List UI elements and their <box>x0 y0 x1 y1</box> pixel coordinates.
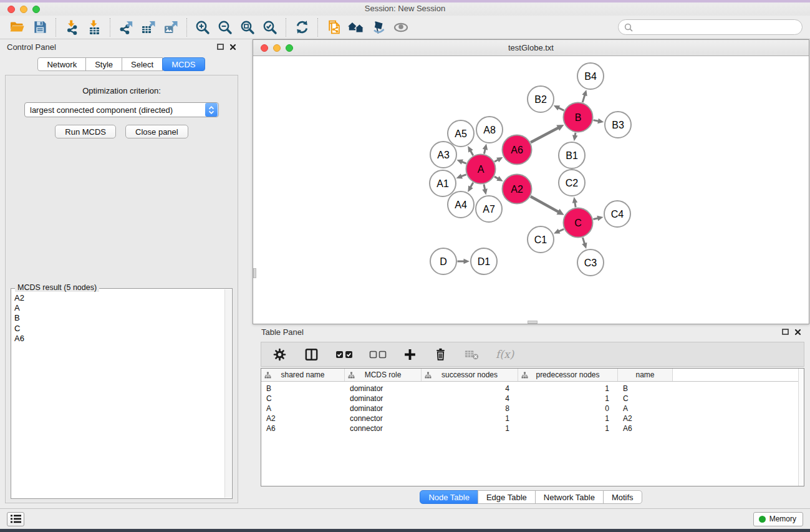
export-table-button[interactable] <box>137 17 160 37</box>
graph-node-A1[interactable]: A1 <box>430 170 456 196</box>
result-item[interactable]: C <box>14 324 232 334</box>
zoom-out-button[interactable] <box>214 17 236 37</box>
graph-node-B3[interactable]: B3 <box>605 112 631 138</box>
graph-node-B[interactable]: B <box>564 103 593 132</box>
graph-edge-D-D1[interactable] <box>458 259 470 264</box>
zoom-in-button[interactable] <box>191 17 214 37</box>
graph-edge-C-C2[interactable] <box>572 197 577 208</box>
column-header-name[interactable]: name <box>618 369 673 381</box>
close-panel-button[interactable]: Close panel <box>125 125 188 138</box>
cell-predecessor-nodes[interactable]: 1 <box>518 394 618 403</box>
graph-node-B1[interactable]: B1 <box>559 142 585 168</box>
graph-edge-C-C3[interactable] <box>582 238 587 249</box>
table-settings-button[interactable] <box>272 347 287 362</box>
cell-successor-nodes[interactable]: 4 <box>422 384 518 393</box>
cell-MCDS-role[interactable]: connector <box>345 414 422 423</box>
graph-node-A5[interactable]: A5 <box>448 120 474 147</box>
cell-name[interactable]: C <box>618 394 673 403</box>
result-item[interactable]: A6 <box>14 334 232 344</box>
column-header-predecessor-nodes[interactable]: predecessor nodes <box>518 369 618 381</box>
graph-node-C2[interactable]: C2 <box>559 170 585 196</box>
zoom-selected-button[interactable] <box>259 17 281 37</box>
table-row[interactable]: Bdominator41B <box>261 384 804 394</box>
cell-shared-name[interactable]: A2 <box>261 414 345 423</box>
column-header-MCDS-role[interactable]: MCDS role <box>345 369 422 381</box>
split-view-button[interactable] <box>304 347 319 362</box>
cell-successor-nodes[interactable]: 4 <box>422 394 518 403</box>
new-network-from-selection-button[interactable] <box>322 17 345 37</box>
result-scrollbar[interactable] <box>224 289 231 498</box>
delete-table-button[interactable] <box>464 347 480 361</box>
memory-button[interactable]: Memory <box>753 512 803 526</box>
graph-edge-A6-B[interactable] <box>531 125 564 142</box>
result-item[interactable]: B <box>14 313 232 323</box>
import-table-button[interactable] <box>83 17 105 37</box>
graph-edge-A-A7[interactable] <box>482 184 487 195</box>
graph-node-B4[interactable]: B4 <box>577 63 604 89</box>
deselect-all-columns-button[interactable] <box>369 351 387 359</box>
graph-node-A2[interactable]: A2 <box>503 175 532 204</box>
table-row[interactable]: A2connector11A2 <box>261 414 804 423</box>
graph-node-A4[interactable]: A4 <box>448 191 474 218</box>
cell-successor-nodes[interactable]: 1 <box>422 424 518 433</box>
select-all-columns-button[interactable] <box>335 351 353 359</box>
cell-MCDS-role[interactable]: dominator <box>345 394 422 403</box>
graph-node-C4[interactable]: C4 <box>604 201 630 227</box>
close-panel-icon[interactable] <box>794 329 801 336</box>
graph-edge-C-C1[interactable] <box>554 229 564 234</box>
graph-node-A8[interactable]: A8 <box>476 117 503 143</box>
graph-edge-B-B1[interactable] <box>572 133 577 142</box>
import-network-button[interactable] <box>60 17 83 37</box>
save-session-button[interactable] <box>29 17 51 37</box>
graph-node-D[interactable]: D <box>430 248 456 274</box>
graph-edge-A-A4[interactable] <box>468 183 473 192</box>
run-mcds-button[interactable]: Run MCDS <box>55 125 116 138</box>
tab-style[interactable]: Style <box>85 57 122 71</box>
graph-edge-A-A5[interactable] <box>468 146 473 155</box>
tab-network[interactable]: Network <box>37 57 86 71</box>
cell-name[interactable]: A2 <box>618 414 673 423</box>
table-row[interactable]: Cdominator41C <box>261 394 804 404</box>
tab-select[interactable]: Select <box>122 57 163 71</box>
cell-MCDS-role[interactable]: dominator <box>345 384 422 393</box>
graph-edge-A-A8[interactable] <box>483 143 488 153</box>
network-canvas[interactable]: B4B2BB3A5A8A6B1A3AC2A1A2A4A7C4CC1C3DD1 <box>253 57 809 324</box>
close-panel-icon[interactable] <box>229 44 236 51</box>
graph-edge-A-A2[interactable] <box>494 176 503 181</box>
graph-node-A[interactable]: A <box>466 155 496 184</box>
table-scrollbar[interactable] <box>798 369 804 486</box>
tab-node-table[interactable]: Node Table <box>420 490 478 504</box>
cell-predecessor-nodes[interactable]: 1 <box>518 414 618 423</box>
refresh-button[interactable] <box>291 17 313 37</box>
cell-name[interactable]: B <box>618 384 673 393</box>
cell-shared-name[interactable]: A <box>261 404 345 413</box>
tab-mcds[interactable]: MCDS <box>162 57 205 71</box>
cell-successor-nodes[interactable]: 1 <box>422 414 518 423</box>
show-all-button[interactable] <box>390 17 412 37</box>
search-input[interactable] <box>636 22 796 32</box>
export-image-button[interactable] <box>160 17 182 37</box>
graph-edge-C-C4[interactable] <box>593 216 603 221</box>
cell-name[interactable]: A <box>618 404 673 413</box>
optimization-criterion-select[interactable]: largest connected component (directed) <box>24 102 219 117</box>
fit-content-button[interactable] <box>236 17 259 37</box>
graph-node-D1[interactable]: D1 <box>471 248 497 274</box>
graph-edge-A-A3[interactable] <box>456 160 466 165</box>
float-panel-icon[interactable] <box>217 44 224 50</box>
open-session-button[interactable] <box>6 17 29 37</box>
export-network-button[interactable] <box>115 17 137 37</box>
graph-edge-B-B4[interactable] <box>582 90 587 102</box>
graph-node-C3[interactable]: C3 <box>577 249 604 276</box>
delete-columns-button[interactable] <box>433 347 448 362</box>
task-history-button[interactable] <box>7 512 24 526</box>
cell-predecessor-nodes[interactable]: 1 <box>518 424 618 433</box>
first-neighbors-button[interactable] <box>345 17 367 37</box>
graph-edge-B-B3[interactable] <box>594 118 604 123</box>
splitter-grip[interactable] <box>253 268 256 278</box>
cell-MCDS-role[interactable]: connector <box>345 424 422 433</box>
graph-node-A3[interactable]: A3 <box>430 142 456 168</box>
graph-edge-A2-C[interactable] <box>531 196 564 215</box>
result-item[interactable]: A2 <box>14 293 232 303</box>
splitter-grip[interactable] <box>528 321 538 324</box>
graph-node-A7[interactable]: A7 <box>476 196 502 222</box>
